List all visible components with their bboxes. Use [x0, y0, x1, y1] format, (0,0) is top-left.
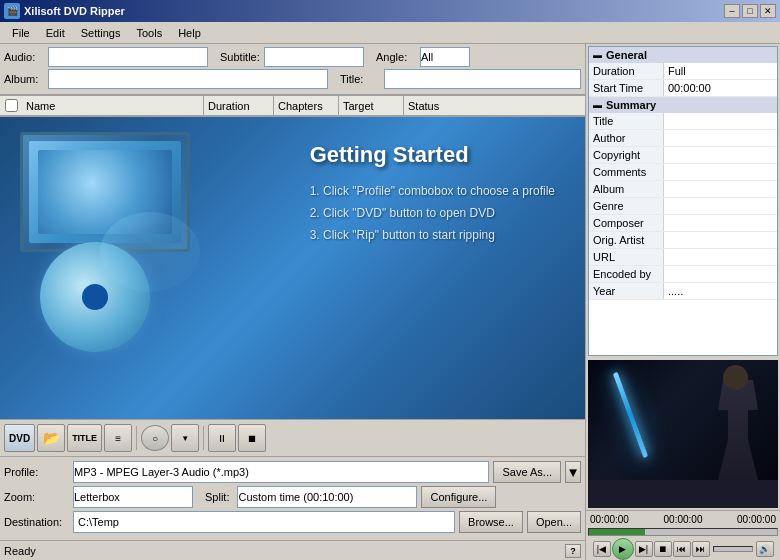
titlebar: 🎬 Xilisoft DVD Ripper – □ ✕: [0, 0, 780, 22]
dest-input[interactable]: [73, 511, 455, 533]
copyright-label: Copyright: [589, 147, 664, 163]
dropdown-button[interactable]: ▼: [171, 424, 199, 452]
prop-year: Year .....: [589, 283, 777, 300]
subtitle-button[interactable]: ≡: [104, 424, 132, 452]
prev-frame-button[interactable]: |◀: [593, 541, 611, 557]
prop-duration: Duration Full: [589, 63, 777, 80]
title-button[interactable]: TITLE: [67, 424, 102, 452]
time-current: 00:00:00: [664, 514, 703, 525]
pause-button[interactable]: ⏸: [208, 424, 236, 452]
encoded-by-label: Encoded by: [589, 266, 664, 282]
audio-select[interactable]: [48, 47, 208, 67]
menu-edit[interactable]: Edit: [38, 25, 73, 41]
gs-step2: 2. Click "DVD" button to open DVD: [310, 206, 555, 220]
gs-title: Getting Started: [310, 142, 555, 168]
right-panel: ▬ General Duration Full Start Time 00:00…: [585, 44, 780, 560]
title-label: Title:: [340, 73, 380, 85]
dvd-button[interactable]: DVD: [4, 424, 35, 452]
stop-btn2[interactable]: ⏹: [654, 541, 672, 557]
bottom-controls: Profile: MP3 - MPEG Layer-3 Audio (*.mp3…: [0, 457, 585, 540]
album-input[interactable]: [48, 69, 328, 89]
col-chapters: Chapters: [274, 96, 339, 115]
video-thumbnail: [588, 360, 778, 508]
seek-bar[interactable]: [588, 528, 778, 536]
prop-copyright: Copyright: [589, 147, 777, 164]
prop-encoded-by: Encoded by: [589, 266, 777, 283]
thumb-image: [588, 360, 778, 480]
table-header: Name Duration Chapters Target Status: [0, 95, 585, 117]
browse-button[interactable]: Browse...: [459, 511, 523, 533]
configure-button[interactable]: Configure...: [421, 486, 496, 508]
menu-help[interactable]: Help: [170, 25, 209, 41]
open-dest-button[interactable]: Open...: [527, 511, 581, 533]
minimize-button[interactable]: –: [724, 4, 740, 18]
volume-button[interactable]: 🔊: [756, 541, 774, 557]
summary-section-header: ▬ Summary: [589, 97, 777, 113]
help-button[interactable]: ?: [565, 544, 581, 558]
album-label: Album:: [4, 73, 44, 85]
album-row: Album: Title:: [4, 69, 581, 89]
angle-label: Angle:: [376, 51, 416, 63]
prop-url: URL: [589, 249, 777, 266]
general-label: General: [606, 49, 647, 61]
main-container: Audio: Subtitle: Angle: All Album: Title…: [0, 44, 780, 560]
playback-buttons: |◀ ▶ ▶| ⏹ ⏮ ⏭ 🔊: [588, 538, 778, 560]
split-label: Split:: [205, 491, 229, 503]
left-panel: Audio: Subtitle: Angle: All Album: Title…: [0, 44, 585, 560]
col-duration: Duration: [204, 96, 274, 115]
split-select[interactable]: Custom time (00:10:00): [237, 486, 417, 508]
url-label: URL: [589, 249, 664, 265]
close-button[interactable]: ✕: [760, 4, 776, 18]
header-checkbox-cell: [0, 99, 22, 112]
menu-settings[interactable]: Settings: [73, 25, 129, 41]
open-button[interactable]: 📂: [37, 424, 65, 452]
save-dropdown-button[interactable]: ▼: [565, 461, 581, 483]
album-prop-label: Album: [589, 181, 664, 197]
title-input[interactable]: [384, 69, 581, 89]
album-prop-value: [664, 181, 777, 197]
circle-button[interactable]: ○: [141, 425, 169, 451]
summary-label: Summary: [606, 99, 656, 111]
stop-button[interactable]: ⏹: [238, 424, 266, 452]
video-area: Getting Started 1. Click "Profile" combo…: [0, 117, 585, 419]
encoded-by-value: [664, 266, 777, 282]
app-title: Xilisoft DVD Ripper: [24, 5, 125, 17]
zoom-select[interactable]: Letterbox: [73, 486, 193, 508]
url-value: [664, 249, 777, 265]
menubar: File Edit Settings Tools Help: [0, 22, 780, 44]
duration-value: Full: [664, 63, 777, 79]
separator1: [136, 426, 137, 450]
author-label: Author: [589, 130, 664, 146]
col-name: Name: [22, 96, 204, 115]
titlebar-left: 🎬 Xilisoft DVD Ripper: [4, 3, 125, 19]
general-section-header: ▬ General: [589, 47, 777, 63]
app-icon: 🎬: [4, 3, 20, 19]
subtitle-select[interactable]: [264, 47, 364, 67]
save-as-button[interactable]: Save As...: [493, 461, 561, 483]
profile-select[interactable]: MP3 - MPEG Layer-3 Audio (*.mp3): [73, 461, 489, 483]
play-button[interactable]: ▶: [612, 538, 634, 560]
audio-label: Audio:: [4, 51, 44, 63]
maximize-button[interactable]: □: [742, 4, 758, 18]
prop-start-time: Start Time 00:00:00: [589, 80, 777, 97]
prev-chapter-button[interactable]: ⏮: [673, 541, 691, 557]
gs-step1: 1. Click "Profile" combobox to choose a …: [310, 184, 555, 198]
prop-composer: Composer: [589, 215, 777, 232]
volume-slider[interactable]: [713, 546, 753, 552]
properties-panel[interactable]: ▬ General Duration Full Start Time 00:00…: [588, 46, 778, 356]
title-prop-label: Title: [589, 113, 664, 129]
next-chapter-button[interactable]: ⏭: [692, 541, 710, 557]
year-value: .....: [664, 283, 777, 299]
summary-expand-icon: ▬: [593, 100, 602, 110]
prop-title: Title: [589, 113, 777, 130]
zoom-label: Zoom:: [4, 491, 69, 503]
copyright-value: [664, 147, 777, 163]
menu-file[interactable]: File: [4, 25, 38, 41]
col-status: Status: [404, 96, 585, 115]
next-frame-button[interactable]: ▶|: [635, 541, 653, 557]
start-time-value: 00:00:00: [664, 80, 777, 96]
angle-select[interactable]: All: [420, 47, 470, 67]
profile-row: Profile: MP3 - MPEG Layer-3 Audio (*.mp3…: [4, 461, 581, 483]
select-all-checkbox[interactable]: [5, 99, 18, 112]
menu-tools[interactable]: Tools: [128, 25, 170, 41]
